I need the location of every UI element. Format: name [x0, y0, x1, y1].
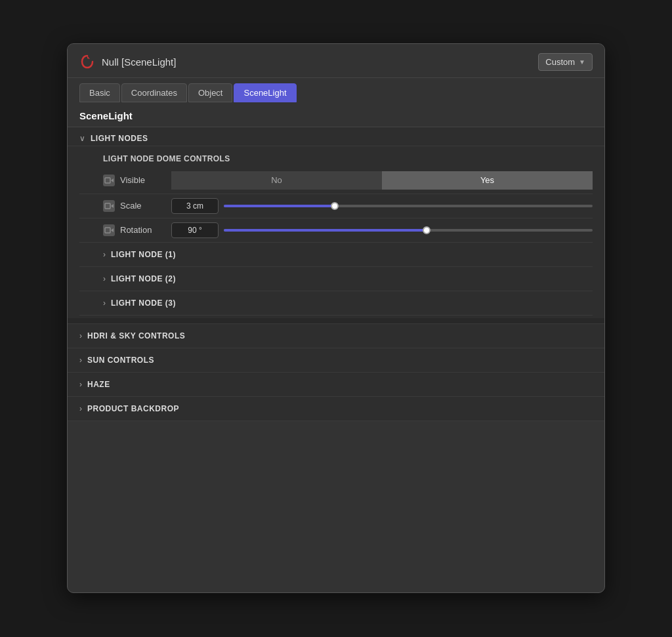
scale-prop-icon[interactable]	[103, 200, 115, 212]
chevron-right-icon-1: ›	[103, 250, 106, 259]
light-node-3-label: LIGHT NODE (3)	[111, 298, 176, 308]
haze-label: HAZE	[87, 380, 110, 389]
tab-coordinates[interactable]: Coordinates	[121, 83, 187, 102]
hdri-sky-group[interactable]: › HDRI & SKY CONTROLS	[68, 324, 604, 348]
visible-prop-row: Visible No Yes	[79, 167, 593, 194]
dropdown-arrow-icon: ▼	[579, 58, 585, 66]
light-nodes-group-header[interactable]: ∨ LIGHT NODES	[68, 127, 604, 146]
tab-object[interactable]: Object	[188, 83, 233, 102]
scale-value[interactable]: 3 cm	[171, 198, 219, 214]
svg-marker-3	[111, 204, 114, 208]
section-divider-top	[68, 318, 604, 323]
chevron-right-backdrop-icon: ›	[79, 404, 82, 413]
rotation-prop-row: Rotation 90 °	[79, 218, 593, 242]
product-backdrop-label: PRODUCT BACKDROP	[87, 404, 179, 413]
chevron-right-haze-icon: ›	[79, 380, 82, 389]
main-panel: Null [SceneLight] Custom ▼ Basic Coordin…	[67, 43, 605, 593]
dome-controls-subgroup: LIGHT NODE DOME CONTROLS Visible No Yes	[68, 146, 604, 318]
chevron-right-icon-3: ›	[103, 298, 106, 308]
panel-title: Null [SceneLight]	[102, 56, 176, 68]
panel-header: Null [SceneLight] Custom ▼	[68, 44, 604, 78]
visible-prop-icon[interactable]	[103, 175, 115, 186]
visible-yes-button[interactable]: Yes	[382, 171, 593, 190]
light-node-1-label: LIGHT NODE (1)	[111, 250, 176, 259]
custom-label: Custom	[545, 57, 575, 67]
svg-marker-5	[111, 228, 114, 232]
svg-marker-1	[111, 178, 114, 182]
light-node-2-label: LIGHT NODE (2)	[111, 274, 176, 283]
scale-slider[interactable]	[224, 205, 593, 207]
visible-label: Visible	[120, 175, 166, 185]
tab-basic[interactable]: Basic	[79, 83, 120, 102]
custom-dropdown[interactable]: Custom ▼	[538, 53, 593, 71]
rotation-value[interactable]: 90 °	[171, 222, 219, 238]
dome-controls-label: LIGHT NODE DOME CONTROLS	[79, 150, 593, 167]
content-area: ∨ LIGHT NODES LIGHT NODE DOME CONTROLS V…	[68, 127, 604, 421]
scale-prop-row: Scale 3 cm	[79, 194, 593, 218]
rotation-keyframe-icon	[104, 226, 114, 235]
tab-scenelight[interactable]: SceneLight	[234, 83, 296, 102]
light-nodes-label: LIGHT NODES	[91, 134, 148, 143]
chevron-down-icon: ∨	[79, 134, 85, 143]
sun-controls-label: SUN CONTROLS	[87, 356, 154, 365]
chevron-right-hdri-icon: ›	[79, 331, 82, 340]
svg-rect-0	[105, 178, 110, 183]
header-left: Null [SceneLight]	[79, 54, 176, 70]
scale-keyframe-icon	[104, 201, 114, 211]
chevron-right-sun-icon: ›	[79, 356, 82, 365]
rotation-label: Rotation	[120, 225, 166, 235]
chevron-right-icon-2: ›	[103, 274, 106, 283]
scale-label: Scale	[120, 201, 166, 211]
visible-no-button[interactable]: No	[171, 171, 382, 190]
keyframe-icon	[104, 176, 114, 185]
sun-controls-group[interactable]: › SUN CONTROLS	[68, 348, 604, 373]
section-heading: SceneLight	[68, 102, 604, 127]
tabs-row: Basic Coordinates Object SceneLight	[68, 78, 604, 102]
light-node-1-group[interactable]: › LIGHT NODE (1)	[79, 243, 593, 267]
haze-group[interactable]: › HAZE	[68, 373, 604, 397]
app-logo-icon	[79, 54, 95, 70]
svg-rect-2	[105, 203, 110, 209]
rotation-prop-icon[interactable]	[103, 224, 115, 236]
rotation-slider[interactable]	[224, 229, 593, 232]
light-node-3-group[interactable]: › LIGHT NODE (3)	[79, 291, 593, 316]
hdri-sky-label: HDRI & SKY CONTROLS	[87, 331, 185, 340]
light-node-2-group[interactable]: › LIGHT NODE (2)	[79, 267, 593, 291]
svg-rect-4	[105, 228, 110, 233]
product-backdrop-group[interactable]: › PRODUCT BACKDROP	[68, 397, 604, 421]
visible-toggle-group: No Yes	[171, 171, 593, 190]
